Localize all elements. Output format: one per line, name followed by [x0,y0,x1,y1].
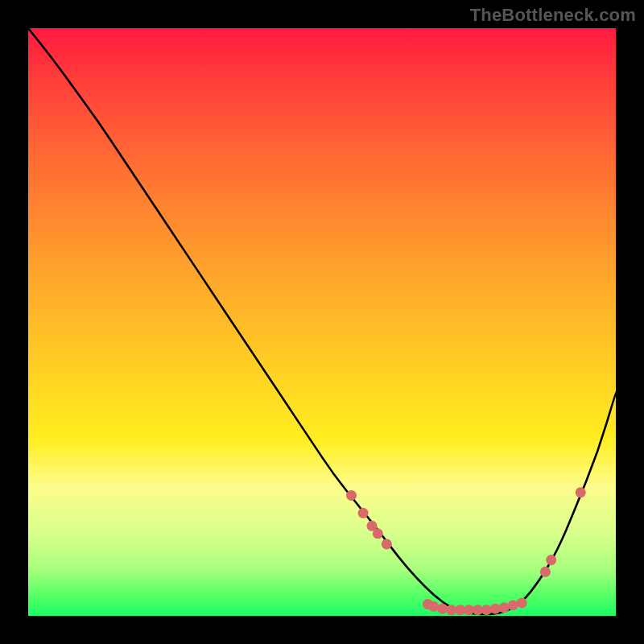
data-marker [508,600,518,610]
data-marker [490,604,501,614]
data-marker [437,604,448,614]
data-marker [517,597,527,608]
chart-stage: TheBottleneck.com [0,0,644,644]
data-marker [373,528,383,539]
data-markers [346,487,586,615]
data-marker [382,539,392,549]
data-marker [576,487,586,497]
chart-svg [28,28,616,616]
data-marker [428,601,439,612]
data-marker [546,555,556,565]
data-marker [481,605,492,615]
watermark-text: TheBottleneck.com [470,5,636,26]
data-marker [499,602,510,613]
data-marker [346,490,357,501]
data-marker [540,567,551,577]
bottleneck-curve [28,28,616,614]
data-marker [358,508,369,518]
